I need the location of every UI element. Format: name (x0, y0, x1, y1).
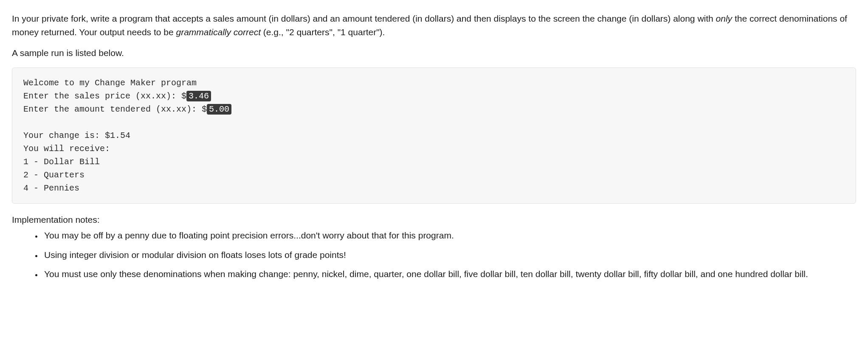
list-item: You may be off by a penny due to floatin… (42, 229, 856, 242)
implementation-notes-list: You may be off by a penny due to floatin… (12, 229, 856, 281)
sample-run-code-block: Welcome to my Change Maker program Enter… (12, 67, 856, 204)
code-line-sales-prompt: Enter the sales price (xx.xx): $ (23, 91, 186, 101)
intro-text-3: (e.g., "2 quarters", "1 quarter"). (261, 27, 385, 37)
code-line-tendered-prompt: Enter the amount tendered (xx.xx): $ (23, 104, 207, 114)
user-input-tendered: 5.00 (207, 104, 231, 115)
sample-intro: A sample run is listed below. (12, 46, 856, 60)
code-line-change: Your change is: $1.54 (23, 131, 130, 140)
list-item: You must use only these denominations wh… (42, 267, 856, 281)
user-input-sales: 3.46 (186, 91, 211, 101)
intro-italic-only: only (716, 14, 733, 23)
code-line-welcome: Welcome to my Change Maker program (23, 78, 197, 88)
code-line-dollar: 1 - Dollar Bill (23, 157, 100, 167)
code-line-receive: You will receive: (23, 144, 110, 154)
list-item: Using integer division or modular divisi… (42, 248, 856, 262)
code-line-pennies: 4 - Pennies (23, 183, 79, 193)
intro-text-1: In your private fork, write a program th… (12, 14, 716, 23)
implementation-notes-heading: Implementation notes: (12, 213, 856, 227)
intro-italic-grammatical: grammatically correct (176, 27, 261, 37)
code-line-quarters: 2 - Quarters (23, 170, 85, 180)
instructions-paragraph: In your private fork, write a program th… (12, 12, 856, 39)
